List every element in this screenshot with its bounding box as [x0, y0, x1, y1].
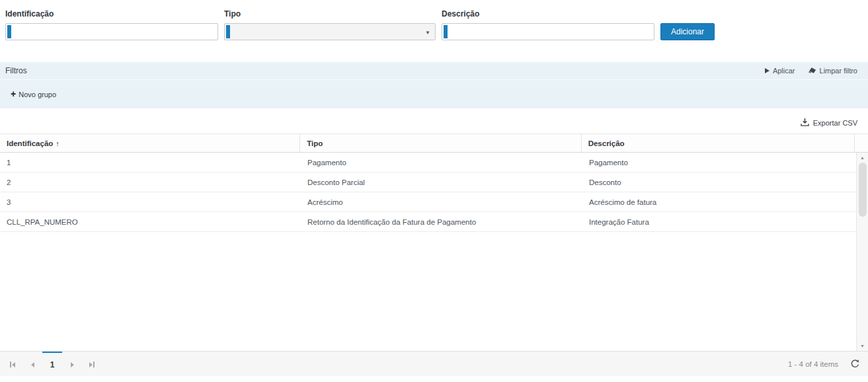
last-page-button[interactable] — [82, 352, 102, 377]
cell-identificacao: CLL_RPA_NUMERO — [0, 218, 301, 226]
tipo-select[interactable]: ▼ — [224, 23, 436, 40]
exportar-csv-label: Exportar CSV — [813, 119, 857, 127]
grid-body: 1 Pagamento Pagamento 2 Desconto Parcial… — [0, 153, 868, 351]
triangle-left-icon — [31, 362, 34, 367]
limpar-filtro-label: Limpar filtro — [820, 67, 857, 75]
scroll-up-icon[interactable]: ▲ — [860, 153, 865, 163]
cell-tipo: Acréscimo — [301, 198, 582, 206]
novo-grupo-label: Novo grupo — [19, 91, 56, 98]
scrollbar-thumb[interactable] — [859, 163, 867, 217]
column-header-label: Tipo — [307, 139, 323, 147]
dropdown-arrow-icon: ▼ — [425, 30, 430, 36]
header-scrollbar-spacer — [855, 134, 868, 152]
pager-right: 1 - 4 of 4 items — [788, 359, 860, 369]
download-icon — [801, 118, 809, 128]
descricao-input[interactable] — [442, 23, 654, 40]
column-header-descricao[interactable]: Descrição — [582, 134, 855, 152]
column-header-label: Descrição — [588, 139, 625, 147]
add-record-form: Identificação Tipo ▼ Descrição Adicionar — [0, 0, 868, 40]
cell-descricao: Acréscimo de fatura — [582, 198, 856, 206]
sort-ascending-icon: ↑ — [56, 139, 59, 147]
plus-icon: + — [11, 91, 16, 98]
page-1-button[interactable]: 1 — [42, 352, 62, 377]
column-header-identificacao[interactable]: Identificação ↑ — [0, 134, 300, 152]
filters-body: + Novo grupo — [0, 80, 868, 108]
cell-tipo: Pagamento — [301, 159, 582, 167]
table-row[interactable]: 3 Acréscimo Acréscimo de fatura — [0, 192, 856, 212]
filters-actions: Aplicar Limpar filtro — [765, 67, 857, 75]
filters-title: Filtros — [5, 66, 27, 75]
identificacao-input[interactable] — [5, 23, 218, 40]
first-page-button[interactable] — [3, 352, 22, 377]
cell-descricao: Pagamento — [582, 159, 856, 167]
cell-descricao: Integração Fatura — [582, 218, 856, 226]
refresh-icon — [850, 359, 860, 369]
vertical-scrollbar[interactable]: ▲ ▼ — [856, 153, 868, 351]
column-header-tipo[interactable]: Tipo — [300, 134, 581, 152]
aplicar-label: Aplicar — [773, 67, 795, 75]
pager: 1 1 - 4 of 4 items — [0, 351, 868, 376]
refresh-button[interactable] — [850, 359, 860, 369]
tipo-label: Tipo — [224, 9, 436, 19]
last-page-icon — [93, 362, 95, 367]
triangle-right-icon — [71, 362, 74, 367]
grid-header: Identificação ↑ Tipo Descrição — [0, 134, 868, 153]
cell-tipo: Retorno da Identificação da Fatura de Pa… — [301, 218, 582, 226]
table-row[interactable]: 2 Desconto Parcial Desconto — [0, 172, 856, 192]
cell-tipo: Desconto Parcial — [301, 178, 582, 186]
identificacao-input-field[interactable] — [6, 24, 217, 40]
triangle-right-icon — [89, 362, 93, 367]
adicionar-button[interactable]: Adicionar — [660, 23, 715, 40]
descricao-field: Descrição — [442, 9, 654, 40]
export-row: Exportar CSV — [0, 108, 868, 134]
cell-identificacao: 3 — [0, 198, 301, 206]
filters-header: Filtros Aplicar Limpar filtro — [0, 62, 868, 80]
filters-panel: Filtros Aplicar Limpar filtro + Novo gru… — [0, 62, 868, 108]
novo-grupo-button[interactable]: + Novo grupo — [11, 91, 56, 98]
exportar-csv-button[interactable]: Exportar CSV — [801, 118, 857, 128]
text-caret — [7, 25, 11, 38]
apply-play-icon — [765, 68, 769, 73]
tipo-select-value — [225, 24, 435, 40]
cell-descricao: Desconto — [582, 178, 856, 186]
table-row[interactable]: CLL_RPA_NUMERO Retorno da Identificação … — [0, 212, 856, 232]
next-page-button[interactable] — [62, 352, 82, 377]
aplicar-button[interactable]: Aplicar — [765, 67, 795, 75]
identificacao-field: Identificação — [5, 9, 218, 40]
limpar-filtro-button[interactable]: Limpar filtro — [809, 67, 857, 75]
previous-page-button[interactable] — [22, 352, 42, 377]
cell-identificacao: 1 — [0, 159, 301, 167]
text-caret — [444, 25, 448, 38]
pager-status: 1 - 4 of 4 items — [788, 360, 838, 368]
scroll-down-icon[interactable]: ▼ — [860, 341, 865, 351]
table-row[interactable]: 1 Pagamento Pagamento — [0, 153, 856, 172]
first-page-icon — [10, 362, 11, 367]
text-caret — [226, 25, 230, 38]
cell-identificacao: 2 — [0, 178, 301, 186]
tipo-field: Tipo ▼ — [224, 9, 436, 40]
identificacao-label: Identificação — [5, 9, 218, 19]
data-grid: Identificação ↑ Tipo Descrição 1 Pagamen… — [0, 134, 868, 376]
triangle-left-icon — [12, 362, 15, 367]
descricao-label: Descrição — [442, 9, 654, 19]
eraser-icon — [809, 67, 816, 75]
column-header-label: Identificação — [7, 139, 53, 147]
descricao-input-field[interactable] — [442, 24, 654, 40]
grid-rows: 1 Pagamento Pagamento 2 Desconto Parcial… — [0, 153, 856, 351]
